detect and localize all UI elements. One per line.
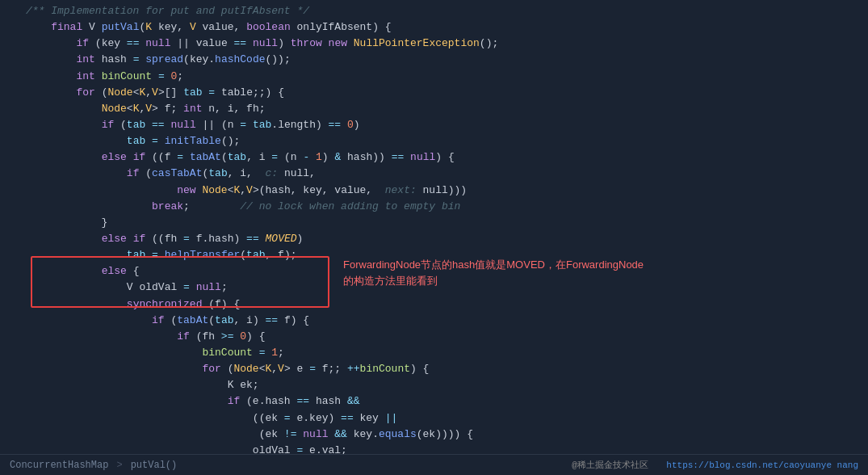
code-line-25: if (e.hash == hash &&: [0, 393, 868, 410]
code-line-22: binCount = 1;: [0, 345, 868, 361]
site-url-area: @稀土掘金技术社区 https://blog.csdn.net/caoyuany…: [572, 459, 858, 471]
code-line-26: ((ek = e.key) == key ||: [0, 410, 868, 427]
code-line-24: K ek;: [0, 377, 868, 393]
code-line-16: tab = helpTransfer(tab, f);: [0, 247, 868, 263]
code-line-27: (ek != null && key.equals(ek)))) {: [0, 427, 868, 443]
breadcrumb-method: putVal(): [131, 460, 178, 471]
code-line-7: Node<K,V> f; int n, i, fh;: [0, 101, 868, 117]
code-line-23: for (Node<K,V> e = f;; ++binCount) {: [0, 361, 868, 377]
code-line-4: int hash = spread(key.hashCode());: [0, 52, 868, 68]
breadcrumb-area: ConcurrentHashMap > putVal(): [10, 460, 177, 471]
code-line-1: /** Implementation for put and putIfAbse…: [0, 3, 868, 19]
breadcrumb-class: ConcurrentHashMap: [10, 460, 108, 471]
code-line-21: if (fh >= 0) {: [0, 329, 868, 345]
code-line-20: if (tabAt(tab, i) == f) {: [0, 313, 868, 329]
code-line-12: new Node<K,V>(hash, key, value, next: nu…: [0, 183, 868, 199]
code-line-18: V oldVal = null;: [0, 280, 868, 296]
code-line-15: else if ((fh = f.hash) == MOVED): [0, 231, 868, 247]
code-line-9: tab = initTable();: [0, 133, 868, 149]
site-url: https://blog.csdn.net/caoyuanye nang: [666, 460, 858, 470]
code-line-3: if (key == null || value == null) throw …: [0, 36, 868, 52]
code-line-6: for (Node<K,V>[] tab = table;;) {: [0, 85, 868, 101]
status-bar: ConcurrentHashMap > putVal() @稀土掘金技术社区 h…: [0, 454, 868, 475]
breadcrumb-separator: >: [116, 460, 122, 471]
code-line-14: }: [0, 215, 868, 231]
code-line-17: else {: [0, 263, 868, 280]
code-line-19: synchronized (f) {: [0, 296, 868, 313]
code-line-13: break; // no lock when adding to empty b…: [0, 199, 868, 215]
code-line-8: if (tab == null || (n = tab.length) == 0…: [0, 117, 868, 133]
code-editor: /** Implementation for put and putIfAbse…: [0, 0, 868, 454]
code-line-10: else if ((f = tabAt(tab, i = (n - 1) & h…: [0, 149, 868, 166]
watermark: @稀土掘金技术社区: [572, 460, 648, 470]
code-line-11: if (casTabAt(tab, i, c: null,: [0, 166, 868, 182]
code-line-28: oldVal = e.val;: [0, 443, 868, 454]
code-line-5: int binCount = 0;: [0, 69, 868, 85]
code-line-2: final V putVal(K key, V value, boolean o…: [0, 19, 868, 36]
